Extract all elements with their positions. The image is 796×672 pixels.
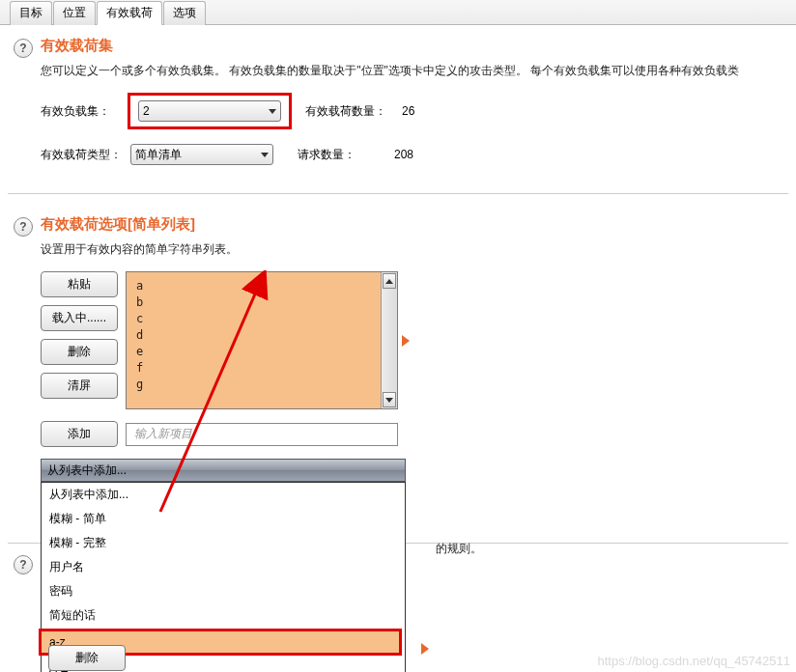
help-icon[interactable]: ? [14,217,33,237]
tab-payload[interactable]: 有效载荷 [97,1,162,25]
section2-desc: 设置用于有效内容的简单字符串列表。 [41,241,782,258]
dropdown-item[interactable]: 简短的话 [42,603,405,628]
scrollbar[interactable] [381,272,397,408]
scroll-up-button[interactable] [383,273,396,289]
watermark: https://blog.csdn.net/qq_45742511 [598,654,791,668]
payload-options-section: ? 有效载荷选项[简单列表] 设置用于有效内容的简单字符串列表。 粘贴 载入中.… [0,204,796,672]
clear-button[interactable]: 清屏 [41,373,118,399]
paste-button[interactable]: 粘贴 [41,271,118,297]
marker-icon [402,335,410,347]
marker-icon [421,643,429,655]
top-tabs: 目标 位置 有效载荷 选项 [0,0,796,25]
chevron-down-icon [261,153,269,157]
help-icon[interactable]: ? [14,39,33,58]
payload-set-label: 有效负载集： [41,103,128,120]
request-count-label: 请求数量： [298,147,394,163]
payload-count-label: 有效载荷数量： [305,103,402,120]
payload-set-select[interactable]: 2 [138,100,281,122]
dropdown-item[interactable]: 模糊 - 简单 [42,507,405,531]
divider [8,193,788,194]
chevron-down-icon [269,109,276,114]
dropdown-header[interactable]: 从列表中添加... [41,459,406,482]
dropdown-item[interactable]: 用户名 [42,555,405,579]
dropdown-item[interactable]: 模糊 - 完整 [42,531,405,555]
scroll-down-button[interactable] [383,392,396,407]
section2-title: 有效载荷选项[简单列表] [41,211,782,234]
highlight-box-1: 2 [128,93,292,129]
section1-title: 有效载荷集 [41,33,782,55]
add-from-list-dropdown: 从列表中添加... 从列表中添加...模糊 - 简单模糊 - 完整用户名密码简短… [41,459,782,672]
tab-options[interactable]: 选项 [163,1,206,25]
payload-list-items: a b c d e f g [127,272,397,399]
payload-type-select[interactable]: 简单清单 [130,144,273,165]
load-button[interactable]: 载入中...... [41,305,118,331]
payload-list[interactable]: a b c d e f g [126,271,398,409]
payload-set-value: 2 [143,104,150,118]
payload-type-label: 有效载荷类型： [41,147,128,163]
new-item-input[interactable]: 输入新项目 [126,423,398,446]
payload-sets-section: ? 有效载荷集 您可以定义一个或多个有效负载集。 有效负载集的数量取决于"位置"… [0,25,796,183]
dropdown-header-text: 从列表中添加... [47,462,127,479]
rule-text-fragment: 的规则。 [436,541,482,557]
dropdown-list: 从列表中添加...模糊 - 简单模糊 - 完整用户名密码简短的话a-zA-Z [41,482,406,672]
help-icon[interactable]: ? [14,555,33,574]
add-button[interactable]: 添加 [41,421,118,447]
dropdown-item[interactable]: 从列表中添加... [42,483,405,507]
dropdown-item[interactable]: 密码 [42,579,405,603]
delete-button[interactable]: 删除 [41,339,118,365]
payload-count-value: 26 [402,104,441,118]
delete-rule-button[interactable]: 删除 [48,645,126,671]
request-count-value: 208 [394,148,433,161]
payload-type-value: 简单清单 [135,147,182,163]
tab-target[interactable]: 目标 [10,1,52,25]
section1-desc: 您可以定义一个或多个有效负载集。 有效负载集的数量取决于"位置"选项卡中定义的攻… [41,63,782,79]
tab-position[interactable]: 位置 [53,1,96,25]
